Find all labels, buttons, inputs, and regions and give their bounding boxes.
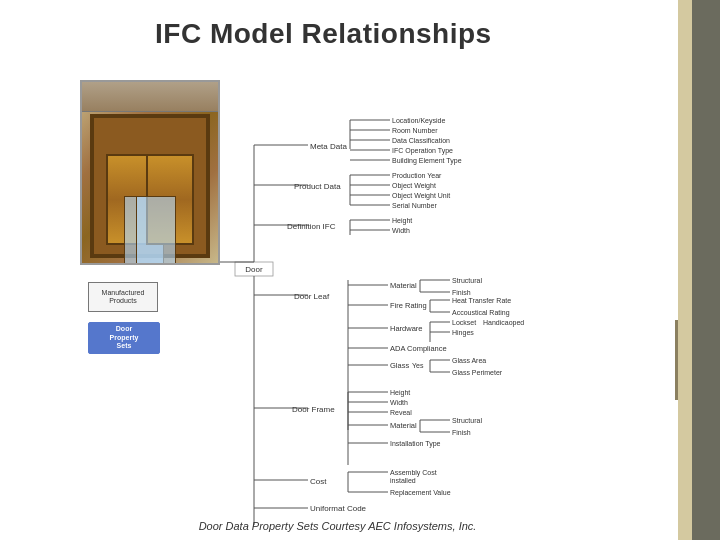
diagram-svg: Door Meta Data Location/Keyside Room Num… — [80, 70, 660, 530]
page-title: IFC Model Relationships — [0, 0, 675, 60]
svg-text:Material: Material — [390, 421, 417, 430]
svg-text:Object Weight Unit: Object Weight Unit — [392, 192, 450, 200]
svg-text:Width: Width — [390, 399, 408, 406]
svg-text:Finish: Finish — [452, 289, 471, 296]
svg-text:Height: Height — [390, 389, 410, 397]
svg-text:Width: Width — [392, 227, 410, 234]
svg-text:Door Frame: Door Frame — [292, 405, 335, 414]
svg-text:Door: Door — [245, 265, 263, 274]
svg-text:Reveal: Reveal — [390, 409, 412, 416]
svg-text:Definition IFC: Definition IFC — [287, 222, 336, 231]
svg-text:installed: installed — [390, 477, 416, 484]
diagram-container: Manufactured Products Door Property Sets… — [80, 70, 660, 530]
svg-text:Object Weight: Object Weight — [392, 182, 436, 190]
svg-text:Fire Rating: Fire Rating — [390, 301, 427, 310]
svg-text:Location/Keyside: Location/Keyside — [392, 117, 445, 125]
svg-text:Height: Height — [392, 217, 412, 225]
footer-text: Door Data Property Sets Courtesy AEC Inf… — [0, 520, 675, 532]
svg-text:Structural: Structural — [452, 417, 482, 424]
svg-text:Building Element Type: Building Element Type — [392, 157, 462, 165]
svg-text:Hinges: Hinges — [452, 329, 474, 337]
svg-text:Handicaoped: Handicaoped — [483, 319, 524, 327]
svg-text:Cost: Cost — [310, 477, 327, 486]
svg-text:Replacement Value: Replacement Value — [390, 489, 451, 497]
svg-text:Finish: Finish — [452, 429, 471, 436]
svg-text:Assembly Cost: Assembly Cost — [390, 469, 437, 477]
svg-text:Room Number: Room Number — [392, 127, 438, 134]
svg-text:IFC Operation Type: IFC Operation Type — [392, 147, 453, 155]
svg-text:Product Data: Product Data — [294, 182, 341, 191]
main-content: IFC Model Relationships Manufactured Pro… — [0, 0, 675, 540]
sidebar-strip-dark — [692, 0, 720, 540]
svg-text:Yes: Yes — [412, 362, 424, 369]
svg-text:Uniformat Code: Uniformat Code — [310, 504, 367, 513]
sidebar-strip-light — [678, 0, 692, 540]
svg-text:Accoustical Rating: Accoustical Rating — [452, 309, 510, 317]
svg-text:Data Classification: Data Classification — [392, 137, 450, 144]
svg-text:Meta Data: Meta Data — [310, 142, 347, 151]
svg-text:Installation Type: Installation Type — [390, 440, 441, 448]
svg-text:Production Year: Production Year — [392, 172, 442, 179]
svg-text:Glass Perimeter: Glass Perimeter — [452, 369, 503, 376]
svg-text:Door Leaf: Door Leaf — [294, 292, 330, 301]
svg-text:Hardware: Hardware — [390, 324, 423, 333]
svg-text:Serial Number: Serial Number — [392, 202, 437, 209]
svg-text:Glass Area: Glass Area — [452, 357, 486, 364]
svg-text:Lockset: Lockset — [452, 319, 476, 326]
svg-text:ADA Compliance: ADA Compliance — [390, 344, 447, 353]
svg-text:Heat Transfer Rate: Heat Transfer Rate — [452, 297, 511, 304]
svg-text:Glass: Glass — [390, 361, 409, 370]
svg-text:Structural: Structural — [452, 277, 482, 284]
svg-text:Material: Material — [390, 281, 417, 290]
